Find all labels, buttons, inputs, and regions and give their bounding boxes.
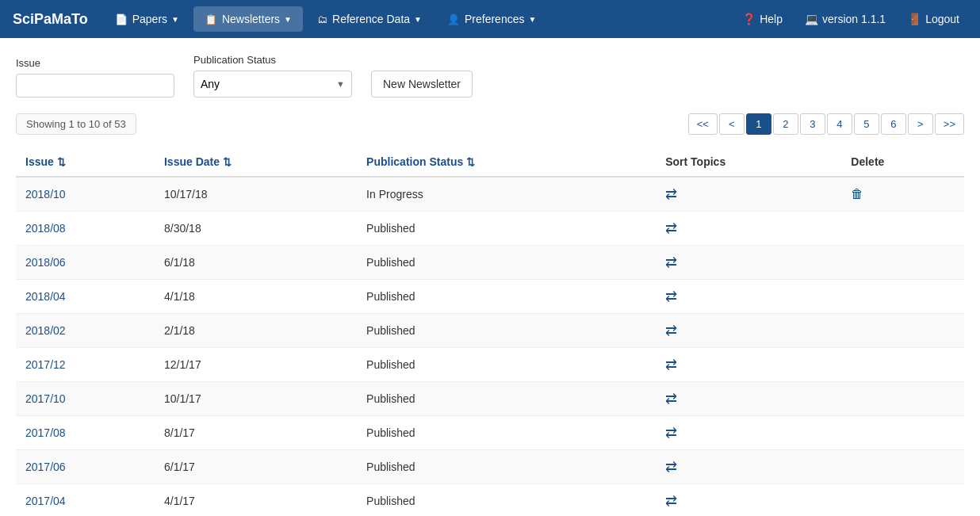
nav-item-newsletters[interactable]: 📋 Newsletters ▼ <box>193 6 303 32</box>
cell-issue: 2017/10 <box>16 382 155 416</box>
issue-link[interactable]: 2017/04 <box>25 495 66 507</box>
cell-issue: 2017/12 <box>16 348 155 382</box>
cell-sort-topics: ⇄ <box>656 177 841 212</box>
shuffle-icon[interactable]: ⇄ <box>665 492 677 510</box>
sort-issue-icon <box>57 155 66 168</box>
nav-label-reference-data: Reference Data <box>332 13 410 25</box>
shuffle-icon[interactable]: ⇄ <box>665 254 677 271</box>
table-row: 2017/044/1/17Published⇄ <box>16 484 964 517</box>
cell-issue: 2017/06 <box>16 450 155 484</box>
issue-input[interactable] <box>16 74 174 97</box>
help-label: Help <box>760 13 783 25</box>
page-6-button[interactable]: 6 <box>881 113 906 135</box>
nav-item-reference-data[interactable]: 🗂 Reference Data ▼ <box>306 6 433 32</box>
col-header-publication-status[interactable]: Publication Status <box>357 147 656 177</box>
cell-delete: 🗑 <box>841 177 964 212</box>
shuffle-icon[interactable]: ⇄ <box>665 390 677 407</box>
showing-bar: Showing 1 to 10 of 53 << < 1 2 3 4 5 6 >… <box>16 113 964 135</box>
page-first-button[interactable]: << <box>688 113 718 135</box>
page-4-button[interactable]: 4 <box>827 113 852 135</box>
shuffle-icon[interactable]: ⇄ <box>665 220 677 237</box>
trash-icon[interactable]: 🗑 <box>851 187 863 201</box>
nav-item-papers[interactable]: 📄 Papers ▼ <box>104 6 190 32</box>
cell-issue-date: 10/1/17 <box>155 382 357 416</box>
shuffle-icon[interactable]: ⇄ <box>665 424 677 441</box>
cell-publication-status: Published <box>357 314 656 348</box>
page-2-button[interactable]: 2 <box>773 113 798 135</box>
shuffle-icon[interactable]: ⇄ <box>665 322 677 339</box>
cell-issue: 2018/04 <box>16 280 155 314</box>
page-prev-button[interactable]: < <box>719 113 745 135</box>
cell-publication-status: Published <box>357 382 656 416</box>
cell-issue-date: 6/1/18 <box>155 246 357 280</box>
publication-status-select-wrap: Any In Progress Published ▼ <box>193 71 352 97</box>
filter-row: Issue Publication Status Any In Progress… <box>16 54 964 97</box>
page-1-button[interactable]: 1 <box>746 113 771 135</box>
table-row: 2017/1010/1/17Published⇄ <box>16 382 964 416</box>
newsletters-table: Issue Issue Date Publication Status Sort… <box>16 147 964 516</box>
shuffle-icon[interactable]: ⇄ <box>665 288 677 305</box>
page-3-button[interactable]: 3 <box>800 113 825 135</box>
cell-delete <box>841 246 964 280</box>
col-header-issue-date[interactable]: Issue Date <box>155 147 357 177</box>
cell-sort-topics: ⇄ <box>656 382 841 416</box>
page-next-button[interactable]: > <box>908 113 933 135</box>
issue-link[interactable]: 2017/10 <box>25 392 66 405</box>
cell-issue-date: 8/1/17 <box>155 416 357 450</box>
issue-link[interactable]: 2018/08 <box>25 222 66 235</box>
cell-delete <box>841 314 964 348</box>
issue-link[interactable]: 2018/04 <box>25 290 66 303</box>
issue-link[interactable]: 2017/08 <box>25 426 66 439</box>
col-header-delete: Delete <box>841 147 964 177</box>
select-caret-icon: ▼ <box>336 79 345 89</box>
logout-link[interactable]: 🚪 Logout <box>900 6 967 32</box>
publication-status-select[interactable]: Any In Progress Published <box>201 78 336 90</box>
shuffle-icon[interactable]: ⇄ <box>665 185 677 203</box>
cell-issue-date: 8/30/18 <box>155 212 357 246</box>
issue-link[interactable]: 2018/02 <box>25 324 66 337</box>
shuffle-icon[interactable]: ⇄ <box>665 458 677 476</box>
col-sort-topics-label: Sort Topics <box>665 155 725 168</box>
cell-publication-status: Published <box>357 348 656 382</box>
col-header-sort-topics: Sort Topics <box>656 147 841 177</box>
col-issue-date-label: Issue Date <box>164 155 220 168</box>
shuffle-icon[interactable]: ⇄ <box>665 356 677 373</box>
new-newsletter-button[interactable]: New Newsletter <box>371 71 473 97</box>
cell-issue-date: 2/1/18 <box>155 314 357 348</box>
version-icon: 💻 <box>805 13 818 25</box>
issue-link[interactable]: 2017/12 <box>25 358 66 371</box>
nav-items: 📄 Papers ▼ 📋 Newsletters ▼ 🗂 Reference D… <box>104 6 735 32</box>
issue-link[interactable]: 2018/10 <box>25 188 66 201</box>
col-header-issue[interactable]: Issue <box>16 147 155 177</box>
nav-label-newsletters: Newsletters <box>222 13 280 25</box>
cell-issue-date: 4/1/18 <box>155 280 357 314</box>
cell-issue: 2018/02 <box>16 314 155 348</box>
cell-issue: 2017/08 <box>16 416 155 450</box>
publication-status-label: Publication Status <box>193 54 352 66</box>
page-5-button[interactable]: 5 <box>854 113 879 135</box>
navbar: SciPaMaTo 📄 Papers ▼ 📋 Newsletters ▼ 🗂 R… <box>0 0 980 38</box>
chevron-down-icon-3: ▼ <box>414 15 422 24</box>
chevron-down-icon-2: ▼ <box>284 15 292 24</box>
cell-sort-topics: ⇄ <box>656 484 841 517</box>
table-row: 2018/1010/17/18In Progress⇄🗑 <box>16 177 964 212</box>
issue-link[interactable]: 2018/06 <box>25 256 66 269</box>
page-last-button[interactable]: >> <box>935 113 964 135</box>
col-delete-label: Delete <box>851 155 884 168</box>
cell-sort-topics: ⇄ <box>656 348 841 382</box>
logout-icon: 🚪 <box>908 13 921 25</box>
nav-item-preferences[interactable]: 👤 Preferences ▼ <box>436 6 547 32</box>
help-link[interactable]: ❓ Help <box>734 6 791 32</box>
table-body: 2018/1010/17/18In Progress⇄🗑2018/088/30/… <box>16 177 964 516</box>
cell-sort-topics: ⇄ <box>656 280 841 314</box>
preferences-icon: 👤 <box>447 13 460 25</box>
nav-label-papers: Papers <box>132 13 167 25</box>
reference-data-icon: 🗂 <box>317 13 327 25</box>
version-link[interactable]: 💻 version 1.1.1 <box>797 6 894 32</box>
cell-issue-date: 6/1/17 <box>155 450 357 484</box>
brand: SciPaMaTo <box>13 11 88 28</box>
issue-link[interactable]: 2017/06 <box>25 461 66 473</box>
cell-sort-topics: ⇄ <box>656 416 841 450</box>
cell-delete <box>841 416 964 450</box>
cell-sort-topics: ⇄ <box>656 212 841 246</box>
